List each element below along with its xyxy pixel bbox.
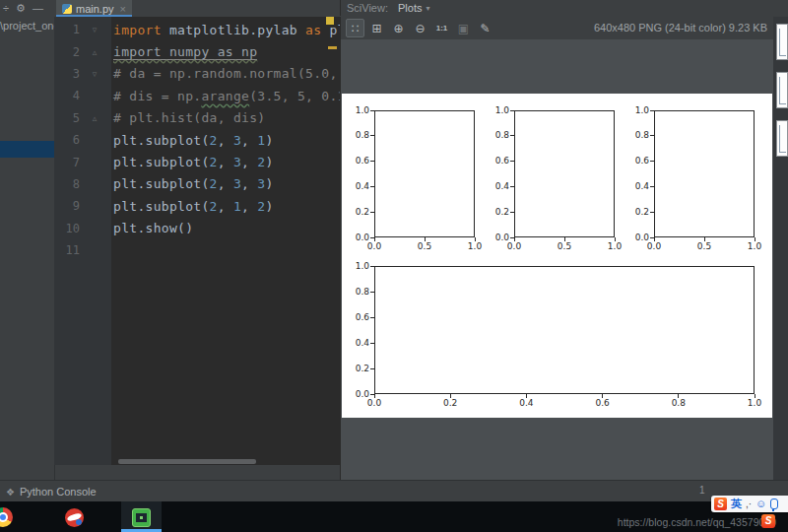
code-line[interactable]: 5▵# plt.hist(da, dis) (54, 107, 340, 129)
code-token: 2 (210, 176, 218, 191)
code-token: plt.subplot( (113, 199, 210, 214)
chrome-icon[interactable] (0, 507, 13, 527)
project-panel[interactable]: \project_one (0, 17, 55, 480)
hide-panel-icon[interactable]: — (33, 0, 43, 16)
tab-label: main.py (76, 3, 114, 15)
y-tick-mark (510, 212, 514, 213)
line-number[interactable]: 10 (54, 222, 80, 235)
y-tick-mark (370, 212, 374, 213)
line-number[interactable]: 9 (54, 199, 80, 213)
axes-subplot-2-3-1 (374, 110, 475, 237)
line-number[interactable]: 1 (54, 23, 80, 36)
code-line[interactable]: 4# dis = np.arange(3.5, 5, 0.1 (54, 85, 340, 106)
code-token: plt.subplot( (113, 133, 210, 148)
line-number[interactable]: 3 (54, 67, 80, 81)
y-tick-mark (370, 343, 374, 344)
status-bar: ❖ Python Console 1 (0, 480, 788, 502)
code-token: 3 (233, 155, 241, 169)
fold-marker-icon: ▵ (80, 47, 109, 57)
y-tick-label: 0.6 (347, 312, 369, 322)
code-line[interactable]: 3▿# da = np.random.normal(5.0, (54, 63, 340, 85)
ime-punctuation-icon[interactable]: ,· (746, 497, 752, 511)
y-tick-mark (510, 110, 514, 111)
plot-thumbnail-strip[interactable] (773, 17, 788, 481)
code-line[interactable]: 1▿import matplotlib.pylab as plt (54, 19, 340, 40)
line-number[interactable]: 7 (54, 156, 80, 169)
tab-plots[interactable]: Plots ▾ (398, 2, 429, 14)
taskbar-app-red-icon[interactable] (65, 508, 84, 527)
fit-to-window-icon[interactable]: ∷ (346, 19, 364, 37)
fold-marker-icon: ▿ (80, 69, 109, 79)
code-token: import numpy as np (113, 44, 257, 60)
code-line[interactable]: 2▵import numpy as np (54, 40, 340, 62)
line-number[interactable]: 4 (54, 89, 80, 102)
plot-thumbnail[interactable] (776, 120, 788, 157)
view-options-icon[interactable]: ÷ (3, 0, 9, 16)
y-tick-label: 0.2 (347, 364, 369, 373)
thumbnail-axes-sketch (779, 77, 786, 104)
line-number[interactable]: 5 (54, 111, 80, 125)
active-task-highlight[interactable] (121, 501, 162, 532)
code-token: , (241, 176, 257, 191)
x-tick-label: 0.8 (668, 398, 690, 408)
plot-thumbnail[interactable] (776, 24, 788, 60)
x-tick-mark (704, 237, 705, 241)
ime-language-mode[interactable]: 英 (731, 497, 742, 511)
line-number[interactable]: 2 (54, 45, 80, 59)
y-tick-mark (370, 317, 374, 318)
tab-main-py[interactable]: main.py × (56, 0, 132, 17)
code-token: matplotlib.pylab (162, 23, 305, 37)
code-token: 3 (233, 176, 241, 191)
x-tick-label: 0.0 (643, 241, 665, 251)
grid-mode-icon[interactable]: ⊞ (367, 19, 386, 37)
sogou-ime-bar[interactable]: S 英 ,· ☺ (711, 496, 788, 512)
line-number[interactable]: 11 (54, 243, 80, 257)
x-tick-mark (514, 237, 515, 241)
code-line[interactable]: 8plt.subplot(2, 3, 3) (54, 173, 340, 195)
code-text: plt.subplot(2, 1, 2) (109, 199, 274, 214)
x-tick-label: 0.4 (515, 398, 537, 408)
code-line[interactable]: 10plt.show() (54, 218, 340, 239)
inspection-status-marker[interactable] (326, 17, 334, 25)
python-console-icon: ❖ (6, 487, 15, 498)
code-editor[interactable]: 1▿import matplotlib.pylab as plt2▵import… (54, 17, 340, 465)
ime-emoji-icon[interactable]: ☺ (755, 497, 766, 511)
code-token: plt.show() (113, 221, 193, 235)
zoom-in-icon[interactable]: ⊕ (389, 19, 408, 37)
code-token: plt.subplot( (113, 155, 210, 169)
actual-size-icon[interactable]: 1:1 (432, 19, 451, 37)
horizontal-scrollbar[interactable] (118, 459, 256, 464)
code-line[interactable]: 7plt.subplot(2, 3, 2) (54, 151, 340, 172)
sogou-logo-icon[interactable]: S (714, 498, 727, 510)
ime-microphone-icon[interactable] (770, 499, 778, 509)
code-text: # plt.hist(da, dis) (109, 110, 265, 125)
edit-externally-icon[interactable]: ✎ (476, 19, 494, 37)
thumbnail-axes-sketch (779, 125, 786, 153)
plots-tab-label: Plots (398, 2, 422, 14)
y-tick-mark (370, 292, 374, 293)
line-number[interactable]: 6 (54, 133, 80, 147)
code-token: ) (265, 155, 273, 169)
settings-gear-icon[interactable]: ⚙ (16, 0, 26, 16)
warning-stripe-marker[interactable] (328, 46, 337, 49)
selected-tree-row[interactable] (0, 141, 54, 158)
plot-thumbnail[interactable] (776, 72, 788, 108)
y-tick-mark (370, 110, 374, 111)
taskbar-app-green-icon[interactable] (132, 508, 151, 527)
tab-close-icon[interactable]: × (120, 3, 126, 15)
y-tick-mark (370, 161, 374, 162)
line-number[interactable]: 8 (54, 177, 80, 191)
sogou-tray-icon[interactable]: S (761, 514, 775, 528)
y-tick-label: 0.8 (626, 130, 649, 140)
code-line[interactable]: 11 (54, 239, 340, 261)
plot-viewer: 0.00.20.40.60.81.00.00.51.00.00.20.40.60… (341, 39, 773, 481)
y-tick-label: 0.8 (487, 130, 509, 140)
code-token: 2 (210, 133, 218, 148)
y-tick-label: 0.4 (347, 181, 369, 191)
code-line[interactable]: 9plt.subplot(2, 1, 2) (54, 195, 340, 217)
code-line[interactable]: 6plt.subplot(2, 3, 1) (54, 129, 340, 151)
y-tick-label: 0.6 (626, 156, 649, 166)
y-tick-label: 0.6 (487, 156, 509, 166)
zoom-out-icon[interactable]: ⊖ (411, 19, 429, 37)
python-console-button[interactable]: ❖ Python Console (6, 481, 97, 502)
